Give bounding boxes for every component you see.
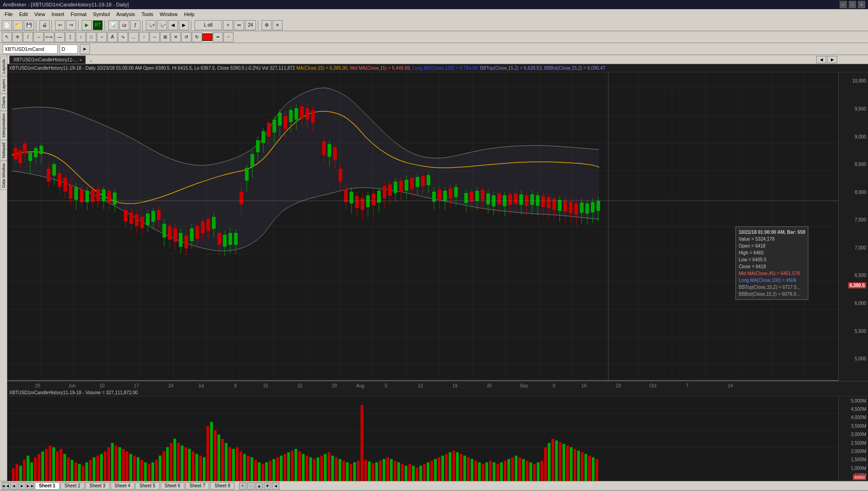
new-tab-btn[interactable]: + (89, 58, 92, 64)
xaxis-label-jun: Jun (68, 383, 76, 388)
settings-btn[interactable]: ⚙ (262, 20, 272, 30)
zoom-in-btn[interactable]: 🔍+ (146, 20, 156, 30)
print-btn[interactable]: 🖨 (39, 20, 50, 30)
volume-chart[interactable] (7, 397, 838, 481)
menu-help[interactable]: Help (181, 11, 197, 18)
sidebar-layers[interactable]: Layers (0, 77, 7, 94)
draw-line-tool[interactable]: / (23, 32, 33, 42)
close-button[interactable]: × (858, 1, 865, 8)
draw-fib-tool[interactable]: … (128, 32, 139, 42)
volume-chart-wrapper: 5,000M 4,500M 4,000M 3,500M 3,000M 2,500… (7, 397, 868, 481)
interval-input[interactable] (60, 44, 78, 54)
sheet-tab-2[interactable]: Sheet 2 (61, 482, 84, 490)
sheet-add-btn[interactable]: + (239, 482, 246, 490)
svg-rect-191 (449, 188, 452, 199)
nav-btn[interactable]: ► (80, 44, 90, 54)
redo-btn[interactable]: ↪ (66, 20, 76, 30)
sheet-tab-1[interactable]: Sheet 1 (35, 482, 60, 490)
menu-analysis[interactable]: Analysis (113, 11, 138, 18)
layers-btn[interactable]: ≡ (273, 20, 283, 30)
color-tool[interactable] (202, 33, 212, 41)
sheet-tab-5[interactable]: Sheet 5 (135, 482, 159, 490)
new-btn[interactable]: 📄 (2, 20, 12, 30)
draw-vline-tool[interactable]: | (65, 32, 75, 42)
draw-arrow-tool[interactable]: ↑ (139, 32, 149, 42)
cursor-tool[interactable]: ↖ (2, 32, 12, 42)
period-btn[interactable]: L o6 (195, 20, 222, 30)
draw-hline-tool[interactable]: — (55, 32, 65, 42)
formula-btn[interactable]: ƒ (130, 20, 140, 30)
chart-btn[interactable]: 📊 (108, 20, 118, 30)
scroll-right-btn[interactable]: ▶ (179, 20, 189, 30)
sidebar-data-window[interactable]: Data Window (0, 161, 7, 190)
undo-draw-btn[interactable]: ↺ (181, 32, 191, 42)
plus-btn[interactable]: + (223, 20, 233, 30)
sheet-up-btn[interactable]: ▲ (256, 482, 263, 490)
save-btn[interactable]: 💾 (24, 20, 34, 30)
open-btn[interactable]: 📂 (13, 20, 23, 30)
undo-btn[interactable]: ↩ (55, 20, 65, 30)
menu-view[interactable]: View (32, 11, 48, 18)
minimize-button[interactable]: ─ (840, 1, 847, 8)
svg-rect-359 (408, 464, 411, 481)
draw-zoom-tool[interactable]: ⊞ (160, 32, 170, 42)
svg-rect-119 (245, 168, 249, 181)
menu-edit[interactable]: Edit (17, 11, 31, 18)
chart-tab-main[interactable]: XBTUSD1mCandleHistory11-... × (9, 55, 86, 64)
draw-channel-tool[interactable]: ⫶ (76, 32, 86, 42)
linewidth-tool[interactable]: ━ (213, 32, 223, 42)
price-chart[interactable]: 10/21/18 01:00:00 AM, Bar: 659 Value = 5… (7, 72, 838, 381)
menu-window[interactable]: Window (157, 11, 180, 18)
sidebar-layouts[interactable]: Layouts (0, 57, 7, 76)
volume-info-bar: XBTUSD1mCandleHistory11-19-18 - Volume =… (7, 389, 868, 397)
panel-expand-btn[interactable]: ◀ (816, 56, 826, 63)
tab-close-btn[interactable]: × (79, 58, 82, 62)
data-btn[interactable]: 🗂 (119, 20, 129, 30)
sheet-down-btn[interactable]: ▼ (264, 482, 271, 490)
svg-rect-394 (537, 463, 540, 481)
arrows-btn[interactable]: ⇔ (234, 20, 244, 30)
menu-insert[interactable]: Insert (49, 11, 67, 18)
draw-measure-tool[interactable]: ↔ (150, 32, 160, 42)
sheet-tab-8[interactable]: Sheet 8 (210, 482, 234, 490)
sheet-minus-btn[interactable]: - (247, 482, 255, 490)
sheet-back-btn[interactable]: ◄ (272, 482, 279, 490)
zoom-out-btn[interactable]: 🔍− (157, 20, 167, 30)
draw-wave-tool[interactable]: ∿ (118, 32, 128, 42)
redo-draw-btn[interactable]: ↻ (192, 32, 202, 42)
real-time-btn[interactable]: RT (93, 20, 103, 30)
linestyle-tool[interactable]: ┄ (223, 32, 234, 42)
menu-file[interactable]: File (2, 11, 16, 18)
draw-ellipse-tool[interactable]: ○ (97, 32, 107, 42)
scroll-left-btn[interactable]: ◀ (168, 20, 178, 30)
symbol-input[interactable] (3, 44, 58, 54)
sheet-tab-3[interactable]: Sheet 3 (85, 482, 109, 490)
sheet-nav-first[interactable]: ◄◄ (2, 482, 9, 490)
panel-collapse-btn[interactable]: ▶ (827, 56, 837, 63)
draw-segment-tool[interactable]: ⟼ (44, 32, 54, 42)
maximize-button[interactable]: □ (849, 1, 856, 8)
sheet-nav-last[interactable]: ►► (27, 482, 34, 490)
crosshair-tool[interactable]: ✛ (12, 32, 22, 42)
delete-tool[interactable]: ✕ (171, 32, 181, 42)
sheet-tab-4[interactable]: Sheet 4 (111, 482, 134, 490)
draw-rect-tool[interactable]: □ (86, 32, 96, 42)
sidebar-notepad[interactable]: Notepad (0, 140, 7, 160)
menu-symbol[interactable]: Symbol (90, 11, 113, 18)
num-btn[interactable]: 24 (245, 20, 256, 30)
menu-format[interactable]: Format (68, 11, 89, 18)
draw-text-tool[interactable]: A (107, 32, 117, 42)
sidebar-interpretation[interactable]: Interpretation (0, 111, 7, 140)
sheet-tab-7[interactable]: Sheet 7 (185, 482, 209, 490)
draw-ray-tool[interactable]: → (33, 32, 44, 42)
refresh-btn[interactable]: ▶ (82, 20, 92, 30)
svg-rect-281 (122, 449, 125, 481)
sheet-tab-6[interactable]: Sheet 6 (161, 482, 184, 490)
menu-tools[interactable]: Tools (139, 11, 156, 18)
svg-rect-259 (41, 452, 44, 481)
svg-rect-298 (184, 447, 187, 481)
sidebar-charts[interactable]: Charts (0, 94, 7, 111)
sheet-nav-next[interactable]: ► (18, 482, 26, 490)
sheet-nav-prev[interactable]: ◄ (10, 482, 17, 490)
svg-rect-263 (56, 452, 59, 481)
